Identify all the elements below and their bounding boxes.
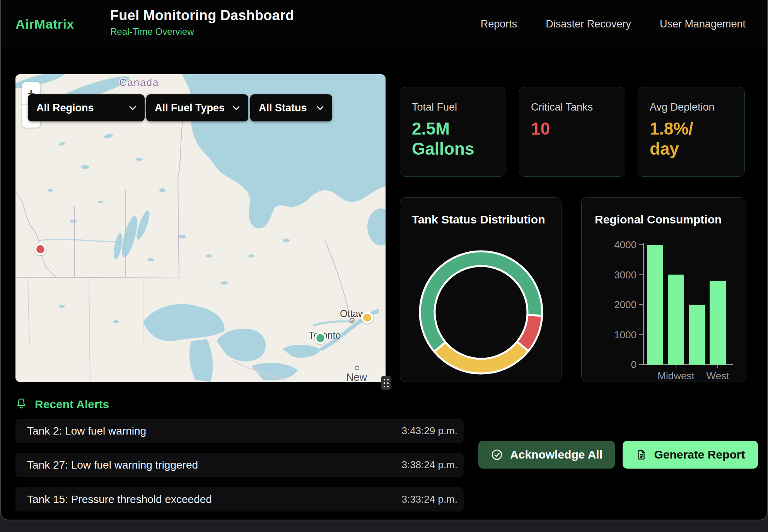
- page-title: Fuel Monitoring Dashboard: [110, 7, 294, 24]
- regional-consumption-card: Regional Consumption 01000200030004000Mi…: [581, 197, 746, 382]
- alert-list-item[interactable]: Tank 2: Low fuel warning 3:43:29 p.m.: [15, 419, 464, 443]
- new-york-city-square-icon: [355, 366, 359, 370]
- alerts-header: Recent Alerts: [15, 397, 109, 411]
- stat-value: 1.8%/day: [650, 119, 734, 159]
- tank-marker-warning[interactable]: [361, 312, 373, 324]
- alert-list-item[interactable]: Tank 15: Pressure threshold exceeded 3:3…: [15, 487, 464, 512]
- regional-consumption-bar-chart: 01000200030004000MidwestWest: [582, 198, 747, 382]
- chevron-down-icon: [317, 106, 324, 110]
- alert-list-item[interactable]: Tank 27: Low fuel warning triggered 3:38…: [15, 453, 464, 477]
- alert-timestamp: 3:38:24 p.m.: [401, 459, 457, 471]
- fuel-type-filter-dropdown[interactable]: All Fuel Types: [146, 94, 248, 121]
- y-tick-label: 1000: [614, 329, 637, 341]
- alert-message: Tank 15: Pressure threshold exceeded: [27, 493, 212, 506]
- status-filter-value: All Status: [259, 102, 307, 114]
- generate-report-button[interactable]: Generate Report: [623, 441, 758, 469]
- nav-reports[interactable]: Reports: [481, 18, 517, 30]
- alert-message: Tank 2: Low fuel warning: [27, 425, 146, 437]
- chevron-down-icon: [233, 106, 240, 110]
- check-circle-icon: [491, 448, 503, 461]
- nav-disaster-recovery[interactable]: Disaster Recovery: [546, 18, 631, 30]
- tank-marker-critical[interactable]: [34, 243, 46, 255]
- alert-timestamp: 3:33:24 p.m.: [401, 493, 457, 505]
- chevron-down-icon: [129, 106, 136, 110]
- nav-user-management[interactable]: User Management: [660, 18, 746, 30]
- bar-3: [710, 281, 726, 365]
- alert-timestamp: 3:43:29 p.m.: [401, 425, 457, 437]
- tank-marker-normal[interactable]: [314, 332, 326, 344]
- generate-report-label: Generate Report: [654, 448, 745, 461]
- acknowledge-all-button[interactable]: Acknowledge All: [478, 441, 615, 469]
- stat-label: Critical Tanks: [531, 101, 614, 113]
- status-filter-dropdown[interactable]: All Status: [250, 94, 332, 121]
- page: AirMatrix Fuel Monitoring Dashboard Real…: [0, 0, 768, 532]
- tank-status-donut-chart: [400, 198, 562, 382]
- bar-2: [689, 305, 705, 365]
- map-country-label: Canada: [112, 77, 166, 89]
- donut-segment-warning: [434, 342, 528, 373]
- x-tick-label: West: [707, 370, 730, 382]
- y-tick-label: 0: [631, 359, 637, 370]
- main-nav: Reports Disaster Recovery User Managemen…: [481, 0, 746, 48]
- brand-logo: AirMatrix: [15, 0, 74, 48]
- fuel-type-filter-value: All Fuel Types: [155, 102, 225, 114]
- region-filter-value: All Regions: [36, 102, 94, 114]
- map-city-label-new-york: New York: [346, 372, 386, 382]
- ottawa-city-dot-icon: [350, 318, 355, 323]
- bell-icon: [15, 397, 27, 411]
- report-document-icon: [635, 449, 647, 460]
- bar-0: [647, 245, 663, 365]
- y-tick-label: 3000: [614, 269, 637, 281]
- y-tick-label: 4000: [614, 239, 637, 251]
- alert-message: Tank 27: Low fuel warning triggered: [27, 459, 198, 471]
- y-tick-label: 2000: [614, 299, 637, 310]
- page-subtitle: Real-Time Overview: [110, 26, 294, 37]
- dashboard-app: AirMatrix Fuel Monitoring Dashboard Real…: [0, 0, 768, 520]
- fuel-tank-map[interactable]: Canada Ottawa Toronto New York + − All R…: [15, 74, 386, 382]
- bar-1: [668, 275, 684, 365]
- stat-label: Total Fuel: [412, 101, 494, 113]
- acknowledge-all-label: Acknowledge All: [510, 448, 602, 461]
- region-filter-dropdown[interactable]: All Regions: [28, 94, 145, 121]
- stat-card-total-fuel: Total Fuel 2.5MGallons: [400, 87, 505, 177]
- x-tick-label: Midwest: [657, 370, 695, 382]
- map-resize-grip[interactable]: [381, 376, 391, 390]
- tank-status-distribution-card: Tank Status Distribution: [400, 197, 561, 382]
- title-block: Fuel Monitoring Dashboard Real-Time Over…: [110, 7, 294, 37]
- stat-label: Avg Depletion: [650, 101, 734, 113]
- header: AirMatrix Fuel Monitoring Dashboard Real…: [1, 0, 767, 48]
- stat-card-critical-tanks: Critical Tanks 10: [519, 87, 625, 177]
- stat-card-avg-depletion: Avg Depletion 1.8%/day: [638, 87, 745, 177]
- alerts-title: Recent Alerts: [35, 398, 109, 411]
- stat-value: 2.5MGallons: [412, 119, 494, 159]
- stat-value: 10: [531, 119, 614, 139]
